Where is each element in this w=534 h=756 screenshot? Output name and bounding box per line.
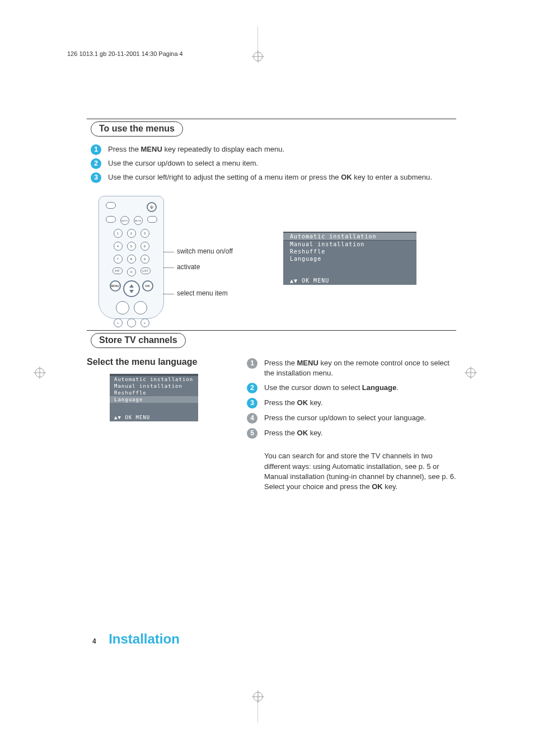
remote-key: 0 (127, 267, 136, 276)
step-row: 3 Press the OK key. (247, 398, 457, 408)
page-footer: 4 Installation (92, 631, 180, 647)
step-text: Press the MENU key on the remote control… (264, 358, 457, 378)
svg-marker-12 (129, 284, 134, 288)
section-heading-pill: Store TV channels (91, 333, 186, 348)
step-number-icon: 3 (247, 398, 257, 408)
remote-key: 7 (114, 255, 123, 264)
osd-menu: Automatic installation Manual installati… (110, 374, 198, 421)
remote-key: 1 (114, 229, 123, 238)
callout-label: switch menu on/off (177, 247, 233, 255)
step-number-icon: 2 (247, 383, 257, 393)
step-text: Press the MENU key repeatedly to display… (108, 144, 284, 155)
remote-key: 9 (140, 255, 149, 264)
step-text: Use the cursor down to select Language. (264, 383, 399, 393)
osd-item: Language (110, 396, 198, 403)
plus-icon: + (140, 318, 149, 327)
remote-key (127, 318, 136, 327)
remote-key: 5 (127, 242, 136, 251)
step-number-icon: 4 (247, 413, 257, 424)
remote-body: ⏻ AUTO MUTE 1 2 3 4 5 6 7 8 9 P•P 0 LIST (99, 196, 164, 319)
remote-key: LIST (140, 267, 151, 274)
step-row: 3 Use the cursor left/right to adjust th… (91, 172, 449, 183)
power-icon: ⏻ (147, 202, 157, 212)
osd-item: Manual installation (283, 241, 416, 248)
step-list: 1 Press the MENU key on the remote contr… (247, 358, 457, 492)
remote-key: 6 (140, 242, 149, 251)
remote-key (147, 216, 157, 223)
osd-item: Reshuffle (110, 389, 198, 396)
step-text: Press the cursor up/down to select your … (264, 413, 426, 423)
registration-mark-icon (252, 50, 264, 63)
osd-item: Automatic installation (110, 376, 198, 383)
dpad-icon (123, 280, 140, 297)
step-number-icon: 3 (91, 172, 101, 183)
registration-mark-icon (252, 691, 264, 703)
menu-key-icon: MENU (110, 280, 121, 292)
page-number: 4 (92, 637, 96, 645)
remote-key: 4 (114, 242, 123, 251)
osd-footer: ▲▼ OK MENU (283, 276, 416, 285)
remote-key: P•P (113, 267, 123, 274)
rule (87, 119, 456, 119)
step-row: 2 Use the cursor down to select Language… (247, 383, 457, 393)
remote-key: AUTO (120, 216, 129, 225)
ok-key-icon: OK (142, 280, 153, 292)
remote-key (116, 301, 129, 314)
osd-menu: Automatic installation Manual installati… (283, 232, 416, 285)
remote-key: MUTE (134, 216, 143, 225)
remote-key (106, 202, 116, 209)
section-heading-pill: To use the menus (91, 121, 183, 137)
step-row: 5 Press the OK key. (247, 428, 457, 439)
plus-icon: + (114, 318, 123, 327)
remote-key: 2 (127, 229, 136, 238)
step-text: Press the OK key. (264, 398, 323, 408)
print-slug: 126 1013.1 gb 20-11-2001 14:30 Pagina 4 (67, 50, 183, 57)
osd-item: Reshuffle (283, 248, 416, 255)
osd-item: Language (283, 255, 416, 262)
rule (87, 330, 456, 331)
osd-footer: ▲▼ OK MENU (110, 414, 198, 421)
remote-key (106, 216, 116, 223)
leader-line (163, 294, 174, 294)
step-list: 1 Press the MENU key repeatedly to displ… (91, 144, 449, 186)
osd-header: Automatic installation (283, 232, 416, 241)
step-number-icon: 5 (247, 428, 257, 439)
remote-key: 3 (140, 229, 149, 238)
step-row: 2 Use the cursor up/down to select a men… (91, 158, 449, 169)
registration-mark-icon (34, 367, 46, 379)
callout-label: activate (177, 263, 200, 271)
step-number-icon: 2 (91, 158, 101, 169)
step-row: 1 Press the MENU key repeatedly to displ… (91, 144, 449, 155)
callout-label: select menu item (177, 289, 228, 297)
step-number-icon: 1 (247, 358, 257, 369)
step-text: Use the cursor up/down to select a menu … (108, 158, 258, 169)
remote-key: 8 (127, 255, 136, 264)
leader-line (163, 252, 174, 252)
step-row: 1 Press the MENU key on the remote contr… (247, 358, 457, 378)
chapter-title: Installation (109, 631, 180, 646)
svg-marker-13 (129, 290, 134, 293)
remote-key (134, 301, 147, 314)
step-text: Press the OK key. (264, 428, 323, 438)
step-number-icon: 1 (91, 144, 101, 155)
registration-mark-icon (465, 367, 477, 379)
body-text: You can search for and store the TV chan… (247, 451, 457, 492)
step-text: Use the cursor left/right to adjust the … (108, 172, 432, 183)
sub-heading: Select the menu language (87, 357, 197, 367)
leader-line (163, 267, 174, 268)
osd-item: Manual installation (110, 383, 198, 389)
osd-item: Automatic installation (283, 233, 416, 240)
step-row: 4 Press the cursor up/down to select you… (247, 413, 457, 424)
